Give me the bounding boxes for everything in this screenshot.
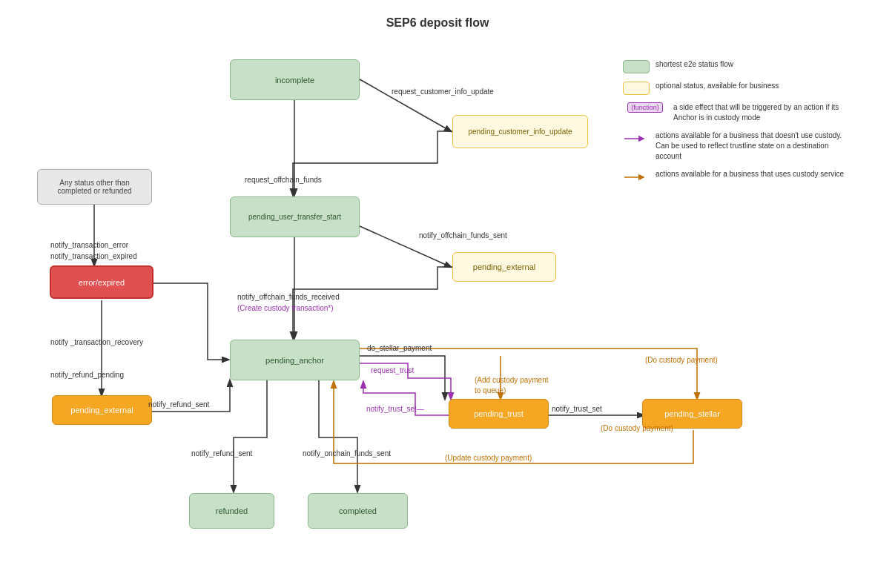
label-notify-trust-set-purple: notify_trust_set—: [366, 405, 424, 413]
node-pending-user-transfer-start: pending_user_transfer_start: [230, 196, 360, 237]
node-any-status: Any status other than completed or refun…: [37, 169, 152, 205]
label-notify-transaction-error: notify_transaction_errornotify_transacti…: [50, 228, 137, 262]
label-request-customer-info: request_customer_info_update: [392, 87, 494, 96]
node-pending-external-top: pending_external: [452, 252, 556, 282]
node-pending-trust: pending_trust: [449, 399, 549, 429]
node-completed: completed: [308, 493, 408, 529]
diagram-container: SEP6 deposit flow: [0, 0, 875, 588]
legend-item-orange: actions available for a business that us…: [623, 169, 853, 184]
label-notify-offchain-funds-sent: notify_offchain_funds_sent: [419, 231, 507, 240]
label-update-custody-payment: (Update custody payment): [445, 454, 532, 462]
node-error-expired: error/expired: [50, 265, 153, 299]
label-notify-trust-set: notify_trust_set: [552, 405, 602, 413]
label-notify-transaction-recovery: notify _transaction_recovery: [50, 338, 143, 346]
label-do-custody-payment-bottom: (Do custody payment): [601, 424, 673, 432]
label-notify-refund-sent-left: notify_refund_sent: [148, 400, 209, 409]
label-create-custody-transaction: (Create custody transaction*): [237, 304, 334, 312]
legend-item-purple: actions available for a business that do…: [623, 131, 853, 162]
label-do-custody-payment-top: (Do custody payment): [645, 356, 718, 364]
label-notify-refund-pending: notify_refund_pending: [50, 371, 124, 379]
node-pending-external-left: pending_external: [52, 395, 152, 425]
node-incomplete: incomplete: [230, 59, 360, 100]
legend: shortest e2e status flow optional status…: [623, 59, 853, 191]
label-add-custody-payment: (Add custody paymentto queue): [475, 365, 549, 396]
label-notify-offchain-funds-received: notify_offchain_funds_received: [237, 293, 340, 301]
label-notify-onchain-funds-sent: notify_onchain_funds_sent: [303, 449, 391, 457]
page-title: SEP6 deposit flow: [0, 16, 875, 30]
legend-item-green: shortest e2e status flow: [623, 59, 853, 73]
node-pending-anchor: pending_anchor: [230, 340, 360, 380]
node-pending-customer-info-update: pending_customer_info_update: [452, 115, 588, 148]
label-request-trust: request_trust: [371, 366, 414, 374]
label-notify-refund-sent-bottom: notify_refund_sent: [191, 449, 252, 457]
legend-green-box: [623, 60, 650, 73]
node-refunded: refunded: [189, 493, 274, 529]
legend-yellow-box: [623, 82, 650, 95]
legend-item-function: (function) a side effect that will be tr…: [623, 102, 853, 123]
label-do-stellar-payment: do_stellar_payment: [367, 344, 432, 352]
legend-item-yellow: optional status, available for business: [623, 81, 853, 95]
label-request-offchain-funds: request_offchain_funds: [245, 176, 322, 184]
